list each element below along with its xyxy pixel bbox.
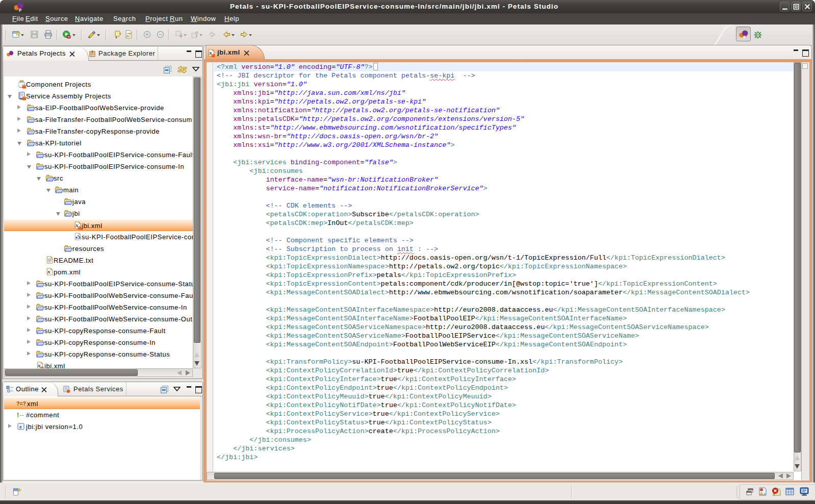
svg-text:e: e <box>19 424 22 430</box>
svg-text:p: p <box>10 54 12 57</box>
svg-text:p: p <box>744 34 746 39</box>
